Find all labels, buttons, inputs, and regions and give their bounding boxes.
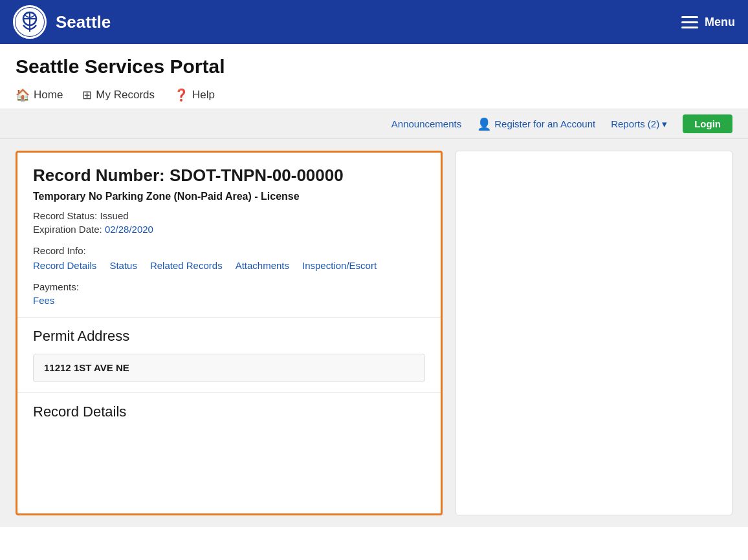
register-link[interactable]: 👤 Register for an Account [477, 117, 595, 131]
record-number-value: SDOT-TNPN-00-00000 [170, 166, 344, 185]
record-top: Record Number: SDOT-TNPN-00-00000 Tempor… [17, 153, 441, 318]
help-icon: ❓ [174, 88, 188, 102]
record-type: Temporary No Parking Zone (Non-Paid Area… [33, 191, 425, 202]
main-content: Record Number: SDOT-TNPN-00-00000 Tempor… [0, 139, 748, 527]
record-details-section: Record Details [17, 393, 441, 431]
reports-label: Reports (2) [611, 118, 659, 129]
record-links: Record Details Status Related Records At… [33, 260, 425, 271]
record-status-line: Record Status: Issued [33, 210, 425, 221]
related-records-link[interactable]: Related Records [150, 260, 223, 271]
page-title-area: Seattle Services Portal [0, 44, 748, 84]
status-link[interactable]: Status [109, 260, 137, 271]
record-details-title: Record Details [33, 404, 425, 420]
payments-label: Payments: [33, 281, 425, 292]
record-number: Record Number: SDOT-TNPN-00-00000 [33, 166, 425, 186]
nav-bar: 🏠 Home ⊞ My Records ❓ Help [0, 84, 748, 109]
site-header: Seattle Menu [0, 0, 748, 44]
nav-help[interactable]: ❓ Help [174, 88, 215, 102]
reports-link[interactable]: Reports (2) ▾ [611, 118, 667, 130]
list-icon: ⊞ [82, 88, 92, 102]
record-details-link[interactable]: Record Details [33, 260, 96, 271]
menu-button[interactable]: Menu [681, 16, 735, 29]
address-value: 11212 1ST AVE NE [44, 362, 129, 373]
attachments-link[interactable]: Attachments [236, 260, 289, 271]
address-box: 11212 1ST AVE NE [33, 354, 425, 382]
record-expiry-label: Expiration Date: [33, 224, 105, 235]
login-button[interactable]: Login [683, 114, 732, 133]
page-title: Seattle Services Portal [16, 56, 732, 78]
person-icon: 👤 [477, 117, 491, 131]
seattle-logo [13, 5, 47, 39]
fees-link[interactable]: Fees [33, 295, 54, 306]
header-left: Seattle [13, 5, 111, 39]
announcements-link[interactable]: Announcements [391, 118, 461, 129]
record-expiry-line: Expiration Date: 02/28/2020 [33, 224, 425, 235]
record-card: Record Number: SDOT-TNPN-00-00000 Tempor… [16, 151, 443, 515]
hamburger-icon [681, 16, 698, 28]
record-status-value: Issued [100, 210, 128, 221]
nav-help-label: Help [192, 89, 215, 102]
right-panel [456, 151, 732, 515]
nav-home[interactable]: 🏠 Home [16, 88, 63, 102]
register-label: Register for an Account [494, 118, 595, 129]
record-expiry-value: 02/28/2020 [105, 224, 153, 235]
record-number-prefix: Record Number: [33, 166, 170, 185]
city-name: Seattle [56, 12, 111, 32]
nav-my-records[interactable]: ⊞ My Records [82, 88, 155, 102]
nav-my-records-label: My Records [96, 89, 155, 102]
menu-label: Menu [705, 16, 735, 29]
inspection-escort-link[interactable]: Inspection/Escort [302, 260, 377, 271]
permit-address-section: Permit Address 11212 1ST AVE NE [17, 318, 441, 393]
secondary-bar: Announcements 👤 Register for an Account … [0, 109, 748, 139]
nav-home-label: Home [34, 89, 63, 102]
home-icon: 🏠 [16, 88, 30, 102]
permit-address-title: Permit Address [33, 328, 425, 345]
record-status-label: Record Status: [33, 210, 100, 221]
record-info-label: Record Info: [33, 245, 425, 256]
reports-dropdown-icon: ▾ [662, 118, 667, 130]
